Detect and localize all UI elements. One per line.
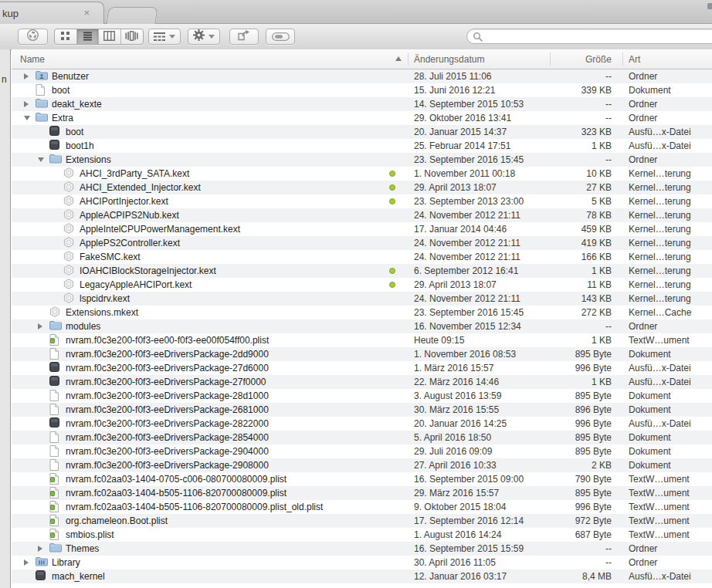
disclosure-triangle[interactable] (24, 559, 29, 566)
file-date: 29. Oktober 2016 13:41 (414, 113, 511, 123)
doc-icon (49, 431, 62, 444)
file-kind: Dokument (629, 85, 671, 96)
file-kind: Ordner (629, 543, 657, 554)
column-divider[interactable] (622, 52, 623, 66)
table-row[interactable]: Library 30. April 2016 11:05 -- Ordner (12, 556, 712, 569)
file-size: 1 KB (525, 140, 612, 151)
table-row[interactable]: org.chameleon.Boot.plist 17. September 2… (12, 514, 712, 528)
table-row[interactable]: AppleIntelCPUPowerManagement.kext 17. Ja… (12, 222, 712, 236)
column-divider[interactable] (408, 52, 409, 66)
table-row[interactable]: mach_kernel 12. Januar 2016 03:17 8,4 MB… (12, 569, 712, 583)
column-header-size[interactable]: Größe (533, 54, 612, 65)
list-header: Name Änderungsdatum Größe Art (12, 49, 712, 69)
file-name: nvram.f0c3e200-f0f3-eeDriversPackage-27d… (66, 363, 269, 373)
file-size: 2 KB (525, 460, 612, 471)
table-row[interactable]: Extensions.mkext 23. September 2016 15:4… (12, 306, 712, 319)
table-row[interactable]: AHCIPortInjector.kext 23. September 2013… (12, 194, 712, 208)
table-row[interactable]: nvram.fc02aa03-1404-b505-1106-8207000800… (12, 486, 712, 500)
table-row[interactable]: boot 15. Juni 2016 12:21 339 KB Dokument (12, 83, 712, 97)
file-date: 16. November 2015 12:34 (414, 321, 521, 332)
file-kind: Ordner (629, 113, 657, 123)
file-kind: Ausfü…x-Datei (629, 140, 691, 151)
disclosure-triangle[interactable] (38, 157, 44, 162)
table-row[interactable]: deakt_kexte 14. September 2015 10:53 -- … (12, 97, 712, 111)
view-columns-button[interactable] (99, 29, 121, 44)
search-input[interactable] (486, 30, 712, 44)
table-row[interactable]: nvram.f0c3e200-f0f3-eeDriversPackage-2dd… (12, 347, 712, 361)
action-menu-button[interactable] (188, 29, 220, 45)
column-divider[interactable] (550, 52, 551, 66)
view-list-button[interactable] (77, 29, 100, 44)
kext-icon (63, 223, 76, 235)
table-row[interactable]: nvram.fc02aa03-1404-b505-1106-8207000800… (12, 500, 712, 514)
table-row[interactable]: boot1h 25. Februar 2014 17:51 1 KB Ausfü… (12, 139, 712, 153)
share-button[interactable] (229, 29, 259, 45)
active-tab[interactable]: kup × (0, 2, 104, 24)
table-row[interactable]: nvram.f0c3e200-f0f3-eeDriversPackage-28d… (12, 389, 712, 403)
arrange-menu-button[interactable] (148, 29, 181, 45)
table-row[interactable]: smbios.plist 1. August 2016 14:24 687 By… (12, 528, 712, 542)
tag-dot-green (389, 282, 395, 288)
view-grid-button[interactable] (55, 29, 77, 44)
tab-close-icon[interactable]: × (83, 7, 90, 19)
table-row[interactable]: Benutzer 28. Juli 2015 11:06 -- Ordner (12, 69, 712, 83)
exec-icon (49, 417, 62, 430)
table-row[interactable]: Extra 29. Oktober 2016 13:41 -- Ordner (12, 111, 712, 125)
table-row[interactable]: modules 16. November 2015 12:34 -- Ordne… (12, 319, 712, 333)
exec-icon (49, 376, 62, 388)
disclosure-triangle[interactable] (24, 116, 30, 120)
table-row[interactable]: AHCI_Extended_Injector.kext 29. April 20… (12, 181, 712, 194)
disclosure-triangle[interactable] (24, 101, 29, 107)
table-row[interactable]: AHCI_3rdParty_SATA.kext 1. November 2011… (12, 167, 712, 181)
file-size: 5 KB (525, 196, 612, 207)
table-row[interactable]: Extensions 23. September 2016 15:45 -- O… (12, 153, 712, 167)
coverflow-view-icon (125, 30, 138, 44)
table-row[interactable]: nvram.f0c3e200-f0f3-eeDriversPackage-282… (12, 417, 712, 431)
columns-view-icon (103, 30, 115, 44)
disclosure-triangle[interactable] (38, 323, 42, 329)
folder-icon (49, 542, 62, 555)
table-row[interactable]: FakeSMC.kext 24. November 2012 21:11 166… (12, 250, 712, 264)
search-field[interactable] (466, 29, 712, 44)
table-row[interactable]: Themes 16. September 2015 15:59 -- Ordne… (12, 542, 712, 556)
tab-stub[interactable] (106, 7, 158, 25)
file-name: nvram.f0c3e200-f0f3-ee00-f0f3-ee00f054ff… (66, 335, 269, 346)
file-kind: Dokument (629, 446, 671, 457)
file-date: 23. September 2013 23:00 (414, 196, 524, 207)
sidebar-truncated-label: n (2, 74, 7, 85)
file-kind: Dokument (629, 390, 671, 401)
kext-icon (63, 167, 76, 180)
file-name: AppleIntelCPUPowerManagement.kext (80, 224, 240, 235)
disclosure-triangle[interactable] (38, 546, 42, 552)
table-row[interactable]: nvram.f0c3e200-f0f3-eeDriversPackage-27f… (12, 375, 712, 389)
table-row[interactable]: nvram.f0c3e200-f0f3-ee00-f0f3-ee00f054ff… (12, 333, 712, 347)
file-kind: Dokument (629, 432, 671, 443)
table-row[interactable]: nvram.f0c3e200-f0f3-eeDriversPackage-27d… (12, 361, 712, 375)
view-coverflow-button[interactable] (121, 29, 143, 44)
table-row[interactable]: LegacyAppleAHCIPort.kext 29. April 2013 … (12, 278, 712, 292)
column-header-name[interactable]: Name (20, 54, 45, 65)
file-kind: Dokument (629, 349, 671, 360)
table-row[interactable]: nvram.f0c3e200-f0f3-eeDriversPackage-285… (12, 431, 712, 444)
table-row[interactable]: ApplePS2Controller.kext 24. November 201… (12, 236, 712, 250)
table-row[interactable]: IOAHCIBlockStorageInjector.kext 6. Septe… (12, 264, 712, 278)
table-row[interactable]: boot 20. Januar 2015 14:37 323 KB Ausfü…… (12, 125, 712, 139)
burn-icon (26, 29, 39, 45)
kext-icon (63, 251, 76, 263)
table-row[interactable]: nvram.f0c3e200-f0f3-eeDriversPackage-290… (12, 444, 712, 458)
file-kind: TextW…ument (629, 474, 690, 485)
table-row[interactable]: nvram.f0c3e200-f0f3-eeDriversPackage-290… (12, 458, 712, 472)
burn-button[interactable] (18, 29, 48, 45)
disclosure-triangle[interactable] (24, 73, 29, 79)
column-header-kind[interactable]: Art (629, 54, 640, 65)
sidebar-sliver[interactable]: n (0, 49, 11, 588)
file-size: -- (525, 99, 612, 110)
tags-button[interactable] (266, 29, 295, 45)
file-date: 29. April 2013 18:07 (414, 279, 497, 290)
table-row[interactable]: nvram.f0c3e200-f0f3-eeDriversPackage-268… (12, 403, 712, 417)
table-row[interactable]: lspcidrv.kext 24. November 2012 21:11 14… (12, 292, 712, 306)
table-row[interactable]: nvram.fc02aa03-1404-0705-c006-0807000800… (12, 472, 712, 486)
table-row[interactable]: AppleACPIPS2Nub.kext 24. November 2012 2… (12, 208, 712, 222)
column-header-date[interactable]: Änderungsdatum (414, 54, 484, 65)
exec-icon (49, 126, 62, 138)
